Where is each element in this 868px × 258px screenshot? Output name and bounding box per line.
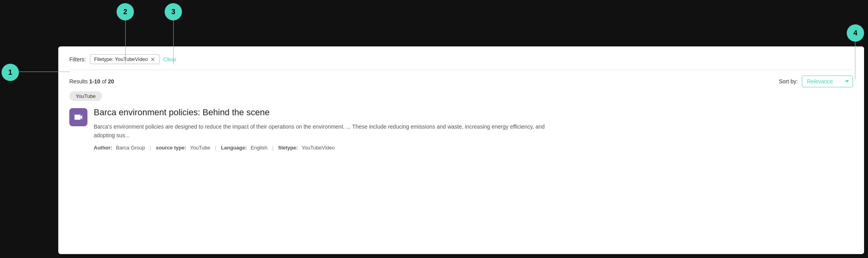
result-content: Barca environment policies: Behind the s…: [94, 107, 566, 151]
sort-by-label: Sort by:: [779, 78, 798, 85]
sort-select-wrapper: Relevance Date Title: [802, 76, 853, 87]
result-description: Barca's environment policies are designe…: [94, 122, 566, 140]
filter-chip-key: Filetype: YouTubeVideo: [94, 56, 148, 62]
result-item: Barca environment policies: Behind the s…: [69, 107, 853, 151]
annotation-2: 2: [117, 3, 134, 20]
connector-line-1: [19, 72, 70, 72]
clear-filters-button[interactable]: Clear: [163, 56, 176, 63]
filter-chip-filetype: Filetype: YouTubeVideo ✕: [90, 54, 160, 64]
annotation-4: 4: [847, 24, 864, 42]
meta-author: Author: Barca Group: [94, 145, 145, 151]
result-meta: Author: Barca Group | source type: YouTu…: [94, 145, 566, 151]
meta-sep-2: |: [215, 145, 216, 151]
connector-line-4: [855, 42, 855, 79]
meta-filetype: filetype: YouTubeVideo: [278, 145, 335, 151]
meta-language: Language: English: [221, 145, 267, 151]
youtube-tag-badge[interactable]: YouTube: [69, 91, 102, 101]
connector-line-3: [173, 20, 174, 64]
sort-select[interactable]: Relevance Date Title: [802, 76, 853, 87]
results-count: Results 1-10 of 20: [69, 78, 114, 85]
meta-sep-1: |: [150, 145, 151, 151]
results-row: Results 1-10 of 20 Sort by: Relevance Da…: [69, 70, 853, 91]
annotation-1: 1: [2, 64, 19, 81]
meta-sep-3: |: [272, 145, 273, 151]
filters-label: Filters:: [69, 56, 86, 63]
sort-by-container: Sort by: Relevance Date Title: [779, 76, 853, 87]
main-panel: Filters: Filetype: YouTubeVideo ✕ Clear …: [58, 46, 864, 254]
annotation-3: 3: [165, 3, 182, 20]
meta-source-type: source type: YouTube: [156, 145, 210, 151]
filter-chip-close-button[interactable]: ✕: [150, 57, 155, 62]
video-icon: [73, 112, 83, 122]
connector-line-2: [125, 20, 126, 64]
result-title[interactable]: Barca environment policies: Behind the s…: [94, 107, 566, 118]
result-icon: [69, 108, 87, 126]
filters-row: Filters: Filetype: YouTubeVideo ✕ Clear: [69, 54, 853, 70]
